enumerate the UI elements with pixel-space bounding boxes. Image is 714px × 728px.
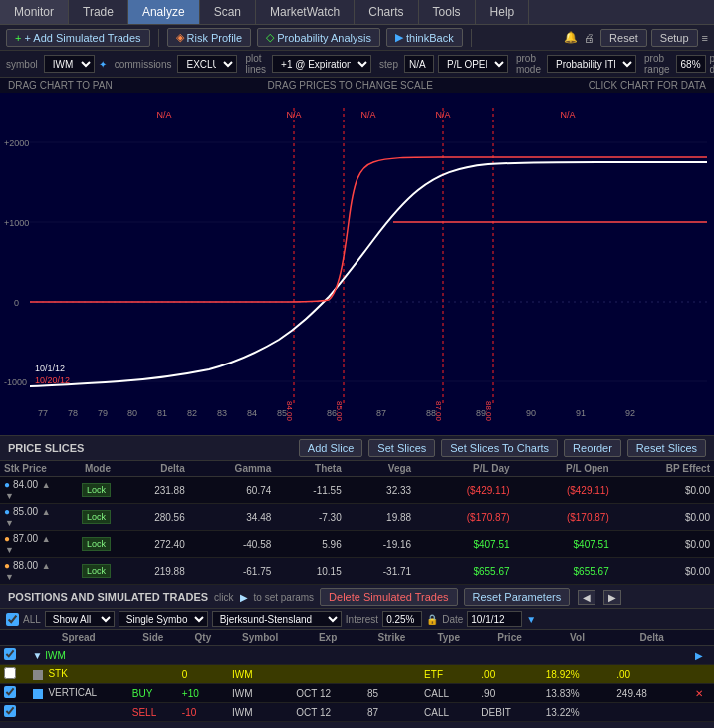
col-delta: Delta <box>612 630 691 646</box>
row-arrow-down[interactable]: ▼ <box>4 491 15 501</box>
chart-container: DRAG CHART TO PAN DRAG PRICES TO CHANGE … <box>0 78 714 436</box>
chart-svg[interactable]: +2000 +1000 0 -1000 N/A N/A N/A N/A N/A … <box>0 93 714 421</box>
svg-text:+1000: +1000 <box>4 218 29 228</box>
setup-button[interactable]: Setup <box>651 29 698 47</box>
step-input[interactable] <box>404 55 434 73</box>
table-row: ●88.00 ▲▼ Lock 219.88 -61.75 10.15 -31.7… <box>0 558 714 585</box>
step-label: step <box>379 59 398 70</box>
all-checkbox[interactable] <box>6 613 19 626</box>
date-input[interactable] <box>467 611 522 627</box>
row-arrow-up[interactable]: ▲ <box>41 507 52 517</box>
col-symbol: Symbol <box>228 630 292 646</box>
svg-text:89: 89 <box>476 408 486 418</box>
row-arrow-up[interactable]: ▲ <box>41 534 52 544</box>
nav-charts[interactable]: Charts <box>355 0 418 24</box>
svg-text:80: 80 <box>127 408 137 418</box>
plot-lines-select[interactable]: +1 @ Expiration <box>272 55 371 73</box>
prob-icon: ◇ <box>266 31 274 44</box>
set-slices-button[interactable]: Set Slices <box>368 439 435 457</box>
single-symbol-select[interactable]: Single Symbol <box>119 611 208 627</box>
menu-icon[interactable]: ≡ <box>702 32 708 44</box>
row-arrow-down[interactable]: ▼ <box>4 545 15 555</box>
row-arrow-down[interactable]: ▼ <box>4 518 15 528</box>
stk-checkbox[interactable] <box>4 667 16 679</box>
nav-help[interactable]: Help <box>476 0 530 24</box>
top-navigation: Monitor Trade Analyze Scan MarketWatch C… <box>0 0 714 25</box>
lock-button[interactable]: Lock <box>82 510 111 524</box>
model-select[interactable]: Bjerksund-Stensland <box>212 611 342 627</box>
table-row: ●84.00 ▲▼ Lock 231.88 60.74 -11.55 32.33… <box>0 477 714 504</box>
positions-title: POSITIONS AND SIMULATED TRADES <box>8 591 208 603</box>
slices-header: PRICE SLICES Add Slice Set Slices Set Sl… <box>0 436 714 461</box>
svg-text:91: 91 <box>576 408 586 418</box>
row-arrow-up[interactable]: ▲ <box>41 561 52 571</box>
expand-button[interactable]: ▼ <box>33 650 43 661</box>
reset-slices-button[interactable]: Reset Slices <box>627 439 706 457</box>
row-arrow-up[interactable]: ▲ <box>41 480 52 490</box>
nav-tools[interactable]: Tools <box>419 0 476 24</box>
svg-text:N/A: N/A <box>435 110 450 120</box>
dot-indicator: ● <box>4 506 10 517</box>
lock-button[interactable]: Lock <box>82 564 111 578</box>
svg-text:N/A: N/A <box>156 110 171 120</box>
probability-analysis-button[interactable]: ◇ Probability Analysis <box>257 28 380 47</box>
toolbar-right-group: 🔔 🖨 Reset Setup ≡ <box>564 29 708 47</box>
stk-position-row: STK 0 IWM ETF .00 18.92% .00 <box>0 665 714 684</box>
interest-input[interactable] <box>382 611 422 627</box>
nav-trade[interactable]: Trade <box>69 0 128 24</box>
prob-mode-select[interactable]: Probability ITM <box>547 55 636 73</box>
add-slice-button[interactable]: Add Slice <box>299 439 362 457</box>
col-vega: Vega <box>346 461 415 477</box>
thinkback-button[interactable]: ▶ thinkBack <box>386 28 463 47</box>
svg-text:81: 81 <box>157 408 167 418</box>
dot-indicator: ● <box>4 533 10 544</box>
chart-inner[interactable]: +2000 +1000 0 -1000 N/A N/A N/A N/A N/A … <box>0 93 714 421</box>
settings-bar: symbol IWM ✦ commissions EXCLUDE plot li… <box>0 51 714 78</box>
delete-simulated-trades-button[interactable]: Delete Simulated Trades <box>320 588 457 606</box>
group-checkbox[interactable] <box>4 648 16 660</box>
svg-text:78: 78 <box>68 408 78 418</box>
commissions-select[interactable]: EXCLUDE <box>177 55 237 73</box>
risk-icon: ◈ <box>176 31 184 44</box>
toolbar-separator-2 <box>471 29 472 47</box>
slices-table: Stk Price Mode Delta Gamma Theta Vega P/… <box>0 461 714 585</box>
positions-scroll-right[interactable]: ▶ <box>603 590 621 605</box>
pl-mode-select[interactable]: P/L OPEN <box>438 55 508 73</box>
reset-parameters-button[interactable]: Reset Parameters <box>464 588 571 606</box>
prob-range-input[interactable] <box>676 55 706 73</box>
col-bp-effect: BP Effect <box>613 461 714 477</box>
nav-marketwatch[interactable]: MarketWatch <box>256 0 355 24</box>
positions-table: Spread Side Qty Symbol Exp Strike Type P… <box>0 630 714 722</box>
print-icon: 🖨 <box>584 32 595 44</box>
nav-analyze[interactable]: Analyze <box>128 0 200 24</box>
date-arrow-icon[interactable]: ▼ <box>526 614 536 625</box>
sell-checkbox[interactable] <box>4 705 16 717</box>
buy-checkbox[interactable] <box>4 686 16 698</box>
symbol-select[interactable]: IWM <box>44 55 95 73</box>
reorder-button[interactable]: Reorder <box>564 439 621 457</box>
row-arrow-down[interactable]: ▼ <box>4 572 15 582</box>
nav-monitor[interactable]: Monitor <box>0 0 69 24</box>
interest-lock-icon[interactable]: 🔒 <box>426 614 438 625</box>
set-slices-to-charts-button[interactable]: Set Slices To Charts <box>441 439 558 457</box>
symbol-action-icon[interactable]: ✦ <box>99 59 107 70</box>
table-row: ●87.00 ▲▼ Lock 272.40 -40.58 5.96 -19.16… <box>0 531 714 558</box>
col-strike: Strike <box>363 630 420 646</box>
date-label: Date <box>442 614 463 625</box>
close-row-icon[interactable]: ✕ <box>695 688 703 699</box>
toolbar-separator <box>158 29 159 47</box>
svg-text:86: 86 <box>327 408 337 418</box>
nav-scan[interactable]: Scan <box>200 0 256 24</box>
positions-scroll-left[interactable]: ◀ <box>578 590 595 605</box>
vertical-buy-row: VERTICAL BUY +10 IWM OCT 12 85 CALL .90 … <box>0 684 714 703</box>
risk-profile-button[interactable]: ◈ Risk Profile <box>167 28 252 47</box>
lock-button[interactable]: Lock <box>82 537 111 551</box>
svg-text:10/1/12: 10/1/12 <box>35 364 65 373</box>
reset-button[interactable]: Reset <box>600 29 647 47</box>
thinkback-icon: ▶ <box>395 31 403 44</box>
show-all-select[interactable]: Show All <box>45 611 115 627</box>
symbol-label: symbol <box>6 59 38 70</box>
lock-button[interactable]: Lock <box>82 483 111 497</box>
svg-text:77: 77 <box>38 408 48 418</box>
add-simulated-trades-button[interactable]: + + Add Simulated Trades <box>6 29 150 47</box>
